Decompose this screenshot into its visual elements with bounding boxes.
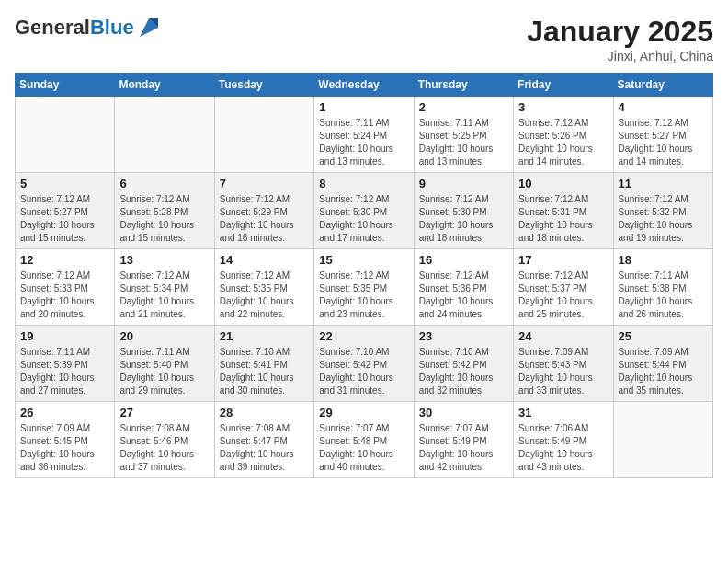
weekday-header-row: SundayMondayTuesdayWednesdayThursdayFrid… <box>16 74 713 97</box>
day-info: Sunrise: 7:12 AMSunset: 5:35 PMDaylight:… <box>319 270 408 321</box>
logo-general-text: General <box>15 16 90 39</box>
weekday-header-monday: Monday <box>115 74 214 97</box>
day-info: Sunrise: 7:12 AMSunset: 5:32 PMDaylight:… <box>619 193 708 245</box>
calendar-day-cell: 3Sunrise: 7:12 AMSunset: 5:26 PMDaylight… <box>514 97 613 173</box>
day-number: 22 <box>319 329 408 343</box>
calendar-day-cell: 27Sunrise: 7:08 AMSunset: 5:46 PMDayligh… <box>115 402 214 478</box>
location-subtitle: Jinxi, Anhui, China <box>527 49 713 63</box>
day-info: Sunrise: 7:11 AMSunset: 5:25 PMDaylight:… <box>419 117 508 168</box>
calendar-day-cell <box>16 97 115 173</box>
calendar-day-cell: 15Sunrise: 7:12 AMSunset: 5:35 PMDayligh… <box>314 249 414 326</box>
day-number: 29 <box>319 406 408 419</box>
weekday-header-saturday: Saturday <box>613 74 712 97</box>
day-number: 9 <box>419 177 508 190</box>
calendar-day-cell: 23Sunrise: 7:10 AMSunset: 5:42 PMDayligh… <box>414 326 513 402</box>
calendar-day-cell: 2Sunrise: 7:11 AMSunset: 5:25 PMDaylight… <box>414 97 513 173</box>
calendar-day-cell: 9Sunrise: 7:12 AMSunset: 5:30 PMDaylight… <box>414 173 513 249</box>
day-info: Sunrise: 7:12 AMSunset: 5:35 PMDaylight:… <box>220 270 309 321</box>
weekday-header-tuesday: Tuesday <box>214 74 313 97</box>
day-number: 13 <box>119 253 209 267</box>
calendar-day-cell: 26Sunrise: 7:09 AMSunset: 5:45 PMDayligh… <box>16 402 115 478</box>
day-number: 27 <box>119 406 209 419</box>
calendar-table: SundayMondayTuesdayWednesdayThursdayFrid… <box>15 73 713 478</box>
day-info: Sunrise: 7:12 AMSunset: 5:28 PMDaylight:… <box>119 193 209 245</box>
day-info: Sunrise: 7:09 AMSunset: 5:44 PMDaylight:… <box>619 346 708 397</box>
calendar-day-cell: 29Sunrise: 7:07 AMSunset: 5:48 PMDayligh… <box>314 402 414 478</box>
day-number: 2 <box>419 100 508 114</box>
day-number: 7 <box>220 177 309 190</box>
day-info: Sunrise: 7:07 AMSunset: 5:49 PMDaylight:… <box>419 422 508 474</box>
day-info: Sunrise: 7:08 AMSunset: 5:47 PMDaylight:… <box>220 422 309 474</box>
calendar-day-cell: 20Sunrise: 7:11 AMSunset: 5:40 PMDayligh… <box>115 326 214 402</box>
day-info: Sunrise: 7:12 AMSunset: 5:36 PMDaylight:… <box>419 270 508 321</box>
day-info: Sunrise: 7:12 AMSunset: 5:27 PMDaylight:… <box>619 117 708 168</box>
day-number: 1 <box>319 100 408 114</box>
day-info: Sunrise: 7:12 AMSunset: 5:30 PMDaylight:… <box>419 193 508 245</box>
calendar-day-cell: 16Sunrise: 7:12 AMSunset: 5:36 PMDayligh… <box>414 249 513 326</box>
calendar-week-row: 19Sunrise: 7:11 AMSunset: 5:39 PMDayligh… <box>16 326 713 402</box>
day-info: Sunrise: 7:12 AMSunset: 5:26 PMDaylight:… <box>518 117 608 168</box>
day-number: 6 <box>119 177 209 190</box>
day-number: 21 <box>220 329 309 343</box>
calendar-day-cell: 21Sunrise: 7:10 AMSunset: 5:41 PMDayligh… <box>214 326 313 402</box>
day-number: 30 <box>419 406 508 419</box>
day-info: Sunrise: 7:10 AMSunset: 5:42 PMDaylight:… <box>419 346 508 397</box>
calendar-day-cell: 19Sunrise: 7:11 AMSunset: 5:39 PMDayligh… <box>16 326 115 402</box>
day-number: 26 <box>20 406 109 419</box>
day-info: Sunrise: 7:12 AMSunset: 5:29 PMDaylight:… <box>220 193 309 245</box>
day-number: 17 <box>518 253 608 267</box>
day-info: Sunrise: 7:08 AMSunset: 5:46 PMDaylight:… <box>119 422 209 474</box>
calendar-day-cell: 11Sunrise: 7:12 AMSunset: 5:32 PMDayligh… <box>613 173 712 249</box>
weekday-header-sunday: Sunday <box>16 74 115 97</box>
day-number: 4 <box>619 100 708 114</box>
day-number: 23 <box>419 329 508 343</box>
day-info: Sunrise: 7:12 AMSunset: 5:31 PMDaylight:… <box>518 193 608 245</box>
day-info: Sunrise: 7:10 AMSunset: 5:42 PMDaylight:… <box>319 346 408 397</box>
day-number: 19 <box>20 329 109 343</box>
day-info: Sunrise: 7:11 AMSunset: 5:24 PMDaylight:… <box>319 117 408 168</box>
day-number: 16 <box>419 253 508 267</box>
calendar-week-row: 5Sunrise: 7:12 AMSunset: 5:27 PMDaylight… <box>16 173 713 249</box>
calendar-day-cell: 30Sunrise: 7:07 AMSunset: 5:49 PMDayligh… <box>414 402 513 478</box>
day-number: 10 <box>518 177 608 190</box>
calendar-day-cell: 8Sunrise: 7:12 AMSunset: 5:30 PMDaylight… <box>314 173 414 249</box>
day-info: Sunrise: 7:09 AMSunset: 5:43 PMDaylight:… <box>518 346 608 397</box>
calendar-day-cell: 1Sunrise: 7:11 AMSunset: 5:24 PMDaylight… <box>314 97 414 173</box>
day-number: 15 <box>319 253 408 267</box>
page-header: GeneralBlue January 2025 Jinxi, Anhui, C… <box>15 15 713 63</box>
day-number: 20 <box>119 329 209 343</box>
month-title: January 2025 <box>527 15 713 49</box>
calendar-day-cell: 13Sunrise: 7:12 AMSunset: 5:34 PMDayligh… <box>115 249 214 326</box>
day-number: 11 <box>619 177 708 190</box>
calendar-day-cell <box>214 97 313 173</box>
day-number: 8 <box>319 177 408 190</box>
weekday-header-friday: Friday <box>514 74 613 97</box>
calendar-day-cell: 28Sunrise: 7:08 AMSunset: 5:47 PMDayligh… <box>214 402 313 478</box>
logo: GeneralBlue <box>15 15 162 40</box>
day-info: Sunrise: 7:12 AMSunset: 5:34 PMDaylight:… <box>119 270 209 321</box>
day-number: 3 <box>518 100 608 114</box>
calendar-week-row: 1Sunrise: 7:11 AMSunset: 5:24 PMDaylight… <box>16 97 713 173</box>
calendar-day-cell: 31Sunrise: 7:06 AMSunset: 5:49 PMDayligh… <box>514 402 613 478</box>
logo-icon <box>136 15 162 40</box>
calendar-day-cell <box>115 97 214 173</box>
calendar-day-cell: 14Sunrise: 7:12 AMSunset: 5:35 PMDayligh… <box>214 249 313 326</box>
day-number: 18 <box>619 253 708 267</box>
day-number: 24 <box>518 329 608 343</box>
day-number: 5 <box>20 177 109 190</box>
calendar-day-cell: 6Sunrise: 7:12 AMSunset: 5:28 PMDaylight… <box>115 173 214 249</box>
weekday-header-thursday: Thursday <box>414 74 513 97</box>
calendar-day-cell: 17Sunrise: 7:12 AMSunset: 5:37 PMDayligh… <box>514 249 613 326</box>
day-number: 12 <box>20 253 109 267</box>
day-info: Sunrise: 7:10 AMSunset: 5:41 PMDaylight:… <box>220 346 309 397</box>
calendar-day-cell <box>613 402 712 478</box>
day-info: Sunrise: 7:12 AMSunset: 5:37 PMDaylight:… <box>518 270 608 321</box>
day-number: 31 <box>518 406 608 419</box>
day-info: Sunrise: 7:12 AMSunset: 5:27 PMDaylight:… <box>20 193 109 245</box>
day-info: Sunrise: 7:12 AMSunset: 5:30 PMDaylight:… <box>319 193 408 245</box>
calendar-day-cell: 18Sunrise: 7:11 AMSunset: 5:38 PMDayligh… <box>613 249 712 326</box>
calendar-day-cell: 12Sunrise: 7:12 AMSunset: 5:33 PMDayligh… <box>16 249 115 326</box>
calendar-week-row: 26Sunrise: 7:09 AMSunset: 5:45 PMDayligh… <box>16 402 713 478</box>
day-number: 28 <box>220 406 309 419</box>
day-number: 25 <box>619 329 708 343</box>
